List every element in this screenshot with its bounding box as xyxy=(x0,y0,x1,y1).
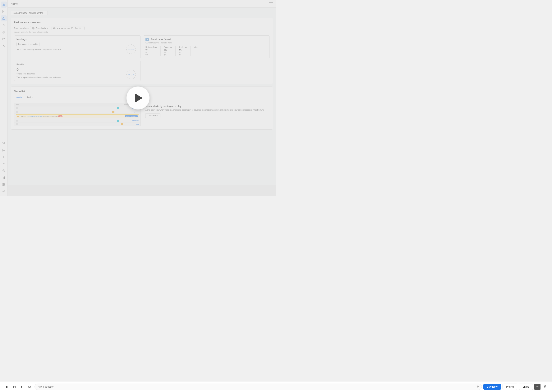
row-action[interactable]: Add to sequence xyxy=(127,111,139,113)
alert-info-desc: Alerts notify you when there is a promis… xyxy=(145,109,267,112)
dropdown-arrow-icon: ▼ xyxy=(44,12,46,14)
hamburger-menu[interactable] xyxy=(269,2,273,5)
sidebar-home[interactable] xyxy=(1,15,7,21)
meetings-title: Meetings xyxy=(16,38,26,41)
table-row: Add to sequence xyxy=(14,110,140,114)
svg-rect-15 xyxy=(3,178,3,179)
metrics-grid: Meetings Set up meetings metric Set goal… xyxy=(14,35,270,81)
svg-rect-19 xyxy=(4,183,5,184)
dashboard-label: Sales manager control center xyxy=(13,12,43,14)
reply-value: 0% xyxy=(179,49,188,51)
row-icon xyxy=(16,123,18,125)
email-funnel-icon xyxy=(145,38,149,41)
sidebar-notebook[interactable] xyxy=(1,8,7,14)
email-funnel-card: Email rates funnel Current week vs Previ… xyxy=(143,35,270,58)
open-rate: Open rate 0% --- 0% xyxy=(164,46,172,56)
tab-tasks[interactable]: Tasks xyxy=(25,95,35,100)
sidebar-settings[interactable] xyxy=(1,188,7,195)
reply-label: Reply rate xyxy=(179,46,188,48)
svg-marker-0 xyxy=(2,3,5,6)
performance-title: Performance overview xyxy=(14,21,270,24)
alert-icon: ! xyxy=(17,115,19,117)
alert-info-title: Create alerts by setting up a play xyxy=(145,105,267,108)
sidebar-search[interactable] xyxy=(1,22,7,28)
row-icon xyxy=(16,120,18,122)
current-week-dropdown[interactable]: Current week Jun 10 - Jun 16 ▼ xyxy=(51,26,85,30)
dashboard-selector[interactable]: Sales manager control center ▼ xyxy=(11,11,48,15)
priority-col xyxy=(117,107,132,109)
open-dash: --- xyxy=(164,51,172,53)
tab-alerts[interactable]: Alerts xyxy=(14,95,25,100)
sidebar-phone[interactable] xyxy=(1,43,7,49)
highlight-link[interactable]: 15 contacts eligible for xyxy=(27,115,42,117)
emails-sent-desc: emails sent this week xyxy=(16,73,35,75)
alert-table: Alert Priority Add to list xyxy=(14,103,141,126)
todo-tabs: Alerts Tasks xyxy=(14,95,270,100)
table-header: Alert Priority xyxy=(14,103,140,106)
reply-pct: 0% xyxy=(179,54,188,56)
emails-header: Emails xyxy=(16,63,138,66)
svg-point-4 xyxy=(3,24,4,26)
date-range: Jun 10 - Jun 16 xyxy=(67,27,80,29)
sidebar-target[interactable] xyxy=(1,168,7,174)
open-pct: 0% xyxy=(164,54,172,56)
add-to-sequence-btn[interactable]: Add to sequence xyxy=(125,115,138,117)
meetings-desc: Set up your meetings set mapping to trac… xyxy=(16,49,138,50)
todo-section: To-do list Alerts Tasks Alert Priority xyxy=(11,86,273,130)
new-alert-label: New alert xyxy=(149,114,158,117)
set-goal-meetings[interactable]: Set goal xyxy=(126,44,136,54)
delivered-label: Delivered rate xyxy=(145,46,157,48)
page-title: Home xyxy=(11,2,18,5)
sidebar-chat[interactable] xyxy=(1,147,7,153)
table-row: Call xyxy=(14,123,140,126)
sidebar-grid[interactable] xyxy=(1,182,7,188)
everybody-dropdown[interactable]: Everybody ▼ xyxy=(30,26,50,30)
svg-line-5 xyxy=(4,26,5,26)
setup-meetings-btn[interactable]: Set up meetings metric xyxy=(16,42,39,46)
sidebar-dollar[interactable]: $ xyxy=(1,154,7,160)
inte-rate: Inte... xyxy=(194,46,198,56)
svg-point-22 xyxy=(3,191,4,192)
sidebar-activity[interactable] xyxy=(1,161,7,167)
emails-comparison-prefix: This is xyxy=(16,76,22,78)
reply-rate: Reply rate 0% --- 0% xyxy=(179,46,188,56)
priority-badge xyxy=(117,120,119,122)
highlight-priority: High xyxy=(58,115,63,117)
emails-card: Emails Set goal 0 emails sent this week … xyxy=(14,61,141,81)
delivered-pct: 0% xyxy=(145,54,157,56)
todo-title: To-do list xyxy=(14,90,270,93)
highlight-row: ! There are 15 contacts eligible for Job… xyxy=(16,114,139,118)
row-action[interactable]: Add to list xyxy=(132,120,139,122)
divider-1 xyxy=(160,46,161,56)
top-bar: Home xyxy=(8,0,276,8)
new-alert-btn[interactable]: + New alert xyxy=(145,113,160,118)
sidebar-globe[interactable] xyxy=(1,29,7,35)
row-action[interactable]: Add to list xyxy=(132,107,139,109)
emails-equal: equal xyxy=(23,76,28,78)
svg-rect-20 xyxy=(3,185,4,186)
row-action[interactable]: Call xyxy=(136,123,139,125)
alert-info-panel: Create alerts by setting up a play Alert… xyxy=(143,103,270,126)
set-goal-emails[interactable]: Set goal xyxy=(126,70,136,79)
emails-comparison: This is equal to the number of emails se… xyxy=(16,76,138,78)
reply-dash: --- xyxy=(179,51,188,53)
sidebar: $ xyxy=(0,0,8,196)
open-label: Open rate xyxy=(164,46,172,48)
sidebar-layers[interactable] xyxy=(1,140,7,146)
main-content: Sales manager control center ▼ Performan… xyxy=(8,8,276,185)
open-value: 0% xyxy=(164,49,172,51)
week-arrow-icon: ▼ xyxy=(81,27,83,29)
row-icon xyxy=(16,107,18,109)
table-row: Add to list xyxy=(14,119,140,123)
delivered-dash: --- xyxy=(145,51,157,53)
sidebar-logo[interactable] xyxy=(1,1,7,8)
sidebar-chart[interactable] xyxy=(1,175,7,181)
specify-text: Specify users for the most relevant data xyxy=(14,31,270,33)
team-members-row: Team members Everybody ▼ Current week Ju… xyxy=(14,26,270,30)
delivered-value: 0% xyxy=(145,49,157,51)
set-goal-meetings-label: Set goal xyxy=(128,48,134,50)
inte-label: Inte... xyxy=(194,46,198,48)
priority-badge xyxy=(117,107,119,109)
team-members-label: Team members xyxy=(14,27,29,29)
sidebar-mail[interactable] xyxy=(1,36,7,42)
